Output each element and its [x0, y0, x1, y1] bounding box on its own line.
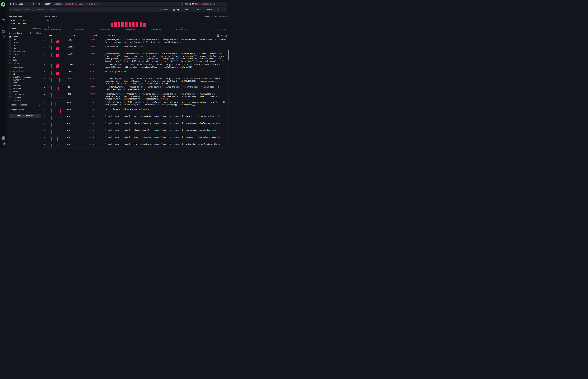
analysis-mode-item-results-table[interactable]: Results Table — [9, 19, 41, 22]
checkbox-frontend[interactable] — [9, 96, 11, 98]
column-header-count[interactable]: ⋮Count — [67, 34, 90, 36]
checkbox-trace[interactable] — [9, 53, 11, 55]
vertical-scrollbar-thumb[interactable] — [228, 50, 229, 60]
dismiss-x-icon[interactable]: ✕ — [105, 86, 106, 88]
filter-group-header-ServiceName[interactable]: ServiceName — [9, 66, 41, 70]
checkbox-error[interactable] — [9, 36, 11, 38]
row-expander[interactable] — [44, 136, 46, 142]
filter-option-trace[interactable]: trace — [9, 53, 41, 56]
histogram-bar[interactable] — [136, 22, 138, 27]
checkbox-artillery-loadgen[interactable] — [9, 76, 11, 78]
filter-option-ERROR[interactable]: ERROR — [9, 38, 41, 41]
filter-option-fatal[interactable]: fatal — [9, 41, 41, 44]
language-sql-option[interactable]: SQL — [156, 9, 159, 11]
pattern-row[interactable]: 60~58error{"level":"error","span_id":"6b… — [44, 129, 227, 136]
pattern-row[interactable]: 60~58error{"level":"error","span_id":"cd… — [44, 136, 227, 143]
checkbox-cart[interactable] — [9, 82, 11, 84]
row-expander[interactable] — [44, 93, 46, 100]
dismiss-x-icon[interactable]: ✕ — [105, 78, 106, 79]
column-header-trend[interactable]: Trend — [46, 34, 67, 36]
checkbox-ERROR[interactable] — [9, 39, 11, 41]
row-expander[interactable] — [44, 52, 46, 63]
pattern-row[interactable]: 60~116error{"code":13,"details":"failed … — [44, 101, 227, 108]
checkbox-currency[interactable] — [9, 88, 11, 90]
pattern-row[interactable]: 60~174error✕{"code":13,"details":"failed… — [44, 85, 227, 92]
pattern-row[interactable]: 180~174error✕{"code":13,"details":"faile… — [44, 77, 227, 85]
pattern-row[interactable]: 120~116error{"code":13,"details":"failed… — [44, 92, 227, 101]
column-resize-handle[interactable]: ⋮ — [90, 34, 91, 36]
checkbox-email[interactable] — [9, 91, 11, 93]
filter-group-header-SeverityText[interactable]: SeverityTextClear — [9, 31, 41, 35]
histogram-bar[interactable] — [129, 22, 131, 27]
filter-group-show-more-button[interactable]: Show more — [9, 99, 41, 102]
filter-option-accounting[interactable]: accounting — [9, 70, 41, 72]
histogram-bar[interactable] — [125, 22, 127, 27]
code-view-icon[interactable] — [217, 34, 219, 37]
search-icon[interactable] — [29, 32, 31, 34]
download-icon[interactable] — [225, 34, 227, 36]
filter-option-Information[interactable]: Information — [9, 50, 41, 53]
filter-group-header-ResourceSchemaUrl[interactable]: ResourceSchemaUrl — [9, 103, 41, 107]
row-expander[interactable] — [44, 108, 46, 114]
analysis-mode-item-event-patterns[interactable]: Event Patterns — [9, 22, 41, 25]
histogram-bar[interactable] — [110, 23, 113, 27]
row-expander[interactable] — [44, 38, 46, 45]
histogram-bar[interactable] — [140, 22, 142, 27]
sidebar-toggle-icon[interactable] — [1, 10, 5, 14]
checkbox-INFO[interactable] — [9, 47, 11, 49]
row-expander[interactable] — [44, 101, 46, 107]
filter-option-artillery-loadgen[interactable]: artillery-loadgen — [9, 75, 41, 78]
help-button[interactable]: ? — [1, 136, 5, 140]
filter-option-warn[interactable]: warn — [9, 56, 41, 59]
results-histogram[interactable]: 80K 0 Sep 11 3:30:00 PM7:30:00 PM11:00:0… — [44, 20, 227, 32]
row-expander[interactable] — [44, 86, 46, 92]
user-avatar[interactable]: U — [2, 142, 6, 146]
checkbox-checkout[interactable] — [9, 85, 11, 87]
checkbox-info[interactable] — [9, 45, 11, 47]
row-expander[interactable] — [44, 63, 46, 70]
pattern-row[interactable]: 60~58error{"level":"error","span_id":"0c… — [44, 115, 227, 122]
filter-group-clear-button[interactable]: Clear — [36, 32, 41, 34]
checkbox-WARN[interactable] — [9, 59, 11, 61]
row-expander[interactable] — [44, 129, 46, 135]
row-expander[interactable] — [44, 115, 46, 121]
pattern-row[interactable]: 22K~97360error{"error":{"code":13,"detai… — [44, 52, 227, 63]
filter-option-frontend[interactable]: frontend — [9, 96, 41, 99]
filter-option-INFO[interactable]: INFO — [9, 47, 41, 50]
histogram-bar[interactable] — [121, 22, 124, 27]
column-header-pattern[interactable]: ⋮Pattern — [105, 34, 227, 37]
source-settings-gear-icon[interactable] — [37, 2, 41, 6]
row-expander[interactable] — [44, 122, 46, 128]
more-filters-button[interactable]: More filters — [9, 114, 41, 118]
pin-icon[interactable] — [39, 104, 41, 106]
checkbox-accounting[interactable] — [9, 70, 11, 72]
filter-option-fraud-detection[interactable]: fraud-detection — [9, 93, 41, 96]
checkbox-fatal[interactable] — [9, 42, 11, 44]
chart-explorer-icon[interactable] — [1, 24, 5, 28]
select-query-input[interactable]: SELECTTimestamp, ServiceName, SeverityTe… — [42, 2, 183, 6]
pattern-row[interactable]: 22K~95441errorFailed to place order — [44, 70, 227, 77]
histogram-bar[interactable] — [143, 23, 146, 27]
pin-icon[interactable] — [33, 32, 35, 34]
column-header-level[interactable]: ⋮level — [90, 34, 105, 36]
search-logs-icon[interactable] — [1, 18, 5, 23]
pattern-row[interactable]: 60~58error{"level":"error","span_id":"eb… — [44, 122, 227, 129]
histogram-bar[interactable] — [132, 22, 135, 27]
filter-option-ad[interactable]: ad — [9, 72, 41, 75]
client-sessions-icon[interactable] — [1, 29, 5, 33]
order-by-input[interactable]: ORDER BY TimestampTime DESC — [184, 2, 227, 6]
wrap-text-icon[interactable] — [221, 34, 223, 36]
column-resize-handle[interactable]: ⋮ — [67, 34, 68, 36]
pattern-row[interactable]: 60~116errorThe credit card (ending <*> e… — [44, 108, 227, 115]
vertical-scrollbar[interactable] — [228, 49, 229, 148]
horizontal-scrollbar[interactable] — [42, 146, 227, 148]
checkbox-fraud-detection[interactable] — [9, 94, 11, 95]
filter-option-email[interactable]: email — [9, 90, 41, 93]
checkbox-warn[interactable] — [9, 56, 11, 58]
checkbox-Information[interactable] — [9, 50, 11, 52]
horizontal-scrollbar-thumb[interactable] — [42, 147, 157, 147]
row-expander[interactable] — [44, 77, 46, 85]
checkbox-cainjector[interactable] — [9, 79, 11, 81]
pin-icon[interactable] — [39, 109, 41, 111]
row-expander[interactable] — [44, 46, 46, 52]
